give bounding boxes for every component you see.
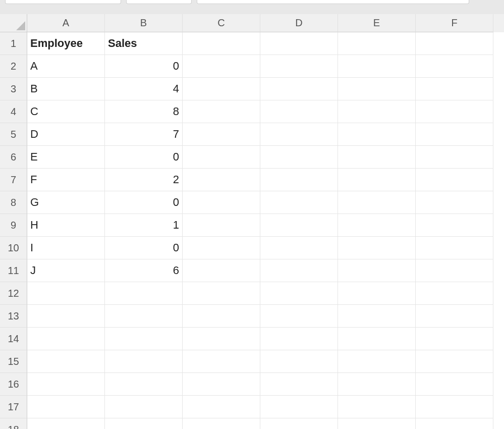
row-header[interactable]: 9 xyxy=(0,214,27,237)
cell-F9[interactable] xyxy=(416,214,493,237)
row-header[interactable]: 1 xyxy=(0,32,27,55)
cell-C10[interactable] xyxy=(183,237,260,259)
cell-F11[interactable] xyxy=(416,259,493,282)
cell-F3[interactable] xyxy=(416,78,493,100)
cell-F4[interactable] xyxy=(416,100,493,123)
cell-C7[interactable] xyxy=(183,169,260,191)
cell-B4[interactable]: 8 xyxy=(105,100,183,123)
cell-B1[interactable]: Sales xyxy=(105,32,183,55)
cell-A4[interactable]: C xyxy=(27,100,105,123)
cell-C16[interactable] xyxy=(183,373,260,396)
cell-C4[interactable] xyxy=(183,100,260,123)
column-header[interactable]: C xyxy=(183,14,260,32)
row-header[interactable]: 12 xyxy=(0,282,27,305)
cell-B17[interactable] xyxy=(105,396,183,418)
cell-D14[interactable] xyxy=(260,328,338,350)
cell-A6[interactable]: E xyxy=(27,146,105,169)
row-header[interactable]: 7 xyxy=(0,169,27,191)
cell-E6[interactable] xyxy=(338,146,416,169)
cell-B10[interactable]: 0 xyxy=(105,237,183,259)
cell-F8[interactable] xyxy=(416,191,493,214)
cell-B8[interactable]: 0 xyxy=(105,191,183,214)
cell-E7[interactable] xyxy=(338,169,416,191)
cell-C13[interactable] xyxy=(183,305,260,328)
cell-B14[interactable] xyxy=(105,328,183,350)
row-header[interactable]: 2 xyxy=(0,55,27,78)
cell-E18[interactable] xyxy=(338,418,416,429)
cell-D17[interactable] xyxy=(260,396,338,418)
cell-C12[interactable] xyxy=(183,282,260,305)
cell-D6[interactable] xyxy=(260,146,338,169)
row-header[interactable]: 8 xyxy=(0,191,27,214)
cell-E16[interactable] xyxy=(338,373,416,396)
cell-C18[interactable] xyxy=(183,418,260,429)
row-header[interactable]: 15 xyxy=(0,350,27,373)
column-header[interactable]: A xyxy=(27,14,105,32)
cell-F17[interactable] xyxy=(416,396,493,418)
cell-D3[interactable] xyxy=(260,78,338,100)
row-header[interactable]: 14 xyxy=(0,328,27,350)
cell-B6[interactable]: 0 xyxy=(105,146,183,169)
cell-A17[interactable] xyxy=(27,396,105,418)
cell-E4[interactable] xyxy=(338,100,416,123)
cell-E12[interactable] xyxy=(338,282,416,305)
cell-F2[interactable] xyxy=(416,55,493,78)
cell-F7[interactable] xyxy=(416,169,493,191)
cell-B7[interactable]: 2 xyxy=(105,169,183,191)
cell-C5[interactable] xyxy=(183,123,260,146)
cell-B13[interactable] xyxy=(105,305,183,328)
cell-E9[interactable] xyxy=(338,214,416,237)
column-header[interactable]: B xyxy=(105,14,183,32)
cell-A15[interactable] xyxy=(27,350,105,373)
row-header[interactable]: 4 xyxy=(0,100,27,123)
cell-D15[interactable] xyxy=(260,350,338,373)
cell-C2[interactable] xyxy=(183,55,260,78)
cell-A14[interactable] xyxy=(27,328,105,350)
cell-B15[interactable] xyxy=(105,350,183,373)
row-header[interactable]: 18 xyxy=(0,418,27,429)
cell-A7[interactable]: F xyxy=(27,169,105,191)
cell-D18[interactable] xyxy=(260,418,338,429)
cell-C11[interactable] xyxy=(183,259,260,282)
cell-D16[interactable] xyxy=(260,373,338,396)
cell-E15[interactable] xyxy=(338,350,416,373)
cell-C17[interactable] xyxy=(183,396,260,418)
cell-D1[interactable] xyxy=(260,32,338,55)
cell-D13[interactable] xyxy=(260,305,338,328)
cell-E8[interactable] xyxy=(338,191,416,214)
cell-D11[interactable] xyxy=(260,259,338,282)
cell-C14[interactable] xyxy=(183,328,260,350)
row-header[interactable]: 3 xyxy=(0,78,27,100)
cell-B5[interactable]: 7 xyxy=(105,123,183,146)
cell-A18[interactable] xyxy=(27,418,105,429)
row-header[interactable]: 11 xyxy=(0,259,27,282)
cell-E17[interactable] xyxy=(338,396,416,418)
select-all-corner[interactable] xyxy=(0,14,27,32)
cell-F12[interactable] xyxy=(416,282,493,305)
row-header[interactable]: 13 xyxy=(0,305,27,328)
cell-B12[interactable] xyxy=(105,282,183,305)
cell-F15[interactable] xyxy=(416,350,493,373)
cell-E2[interactable] xyxy=(338,55,416,78)
cell-D12[interactable] xyxy=(260,282,338,305)
cell-E10[interactable] xyxy=(338,237,416,259)
cell-D2[interactable] xyxy=(260,55,338,78)
cell-D8[interactable] xyxy=(260,191,338,214)
cell-B11[interactable]: 6 xyxy=(105,259,183,282)
row-header[interactable]: 16 xyxy=(0,373,27,396)
cell-D5[interactable] xyxy=(260,123,338,146)
column-header[interactable]: E xyxy=(338,14,416,32)
cell-E11[interactable] xyxy=(338,259,416,282)
cell-A12[interactable] xyxy=(27,282,105,305)
column-header[interactable]: F xyxy=(416,14,493,32)
cell-E1[interactable] xyxy=(338,32,416,55)
cell-F14[interactable] xyxy=(416,328,493,350)
row-header[interactable]: 17 xyxy=(0,396,27,418)
cell-A8[interactable]: G xyxy=(27,191,105,214)
cell-D7[interactable] xyxy=(260,169,338,191)
cell-F13[interactable] xyxy=(416,305,493,328)
cell-F10[interactable] xyxy=(416,237,493,259)
cell-F6[interactable] xyxy=(416,146,493,169)
cell-F16[interactable] xyxy=(416,373,493,396)
cell-D9[interactable] xyxy=(260,214,338,237)
